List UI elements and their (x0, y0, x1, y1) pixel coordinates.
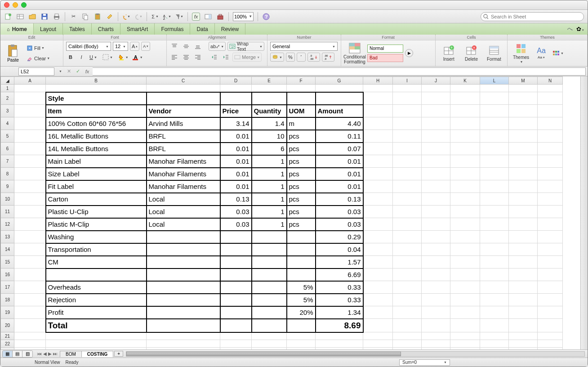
style-bad[interactable]: Bad (367, 54, 403, 62)
row-header-2[interactable]: 2 (1, 92, 14, 105)
col-header-K[interactable]: K (450, 77, 480, 85)
save-icon[interactable] (40, 13, 49, 21)
tab-tables[interactable]: Tables (63, 23, 92, 35)
merge-button[interactable]: Merge▼ (232, 53, 262, 62)
col-header-L[interactable]: L (480, 77, 509, 85)
grow-font-icon[interactable]: A▴ (130, 42, 139, 51)
tab-nav-prev-icon[interactable]: ◀ (43, 351, 47, 356)
row-header-3[interactable]: 3 (1, 105, 14, 117)
sheet-tab-bom[interactable]: BOM (60, 351, 82, 357)
row-header-1[interactable]: 1 (1, 85, 14, 92)
style-normal[interactable]: Normal (367, 45, 403, 53)
fx-toggle-icon[interactable]: fx (192, 13, 200, 21)
insert-cells-button[interactable]: + Insert (438, 45, 459, 62)
fx-icon[interactable]: fx (84, 68, 91, 75)
add-sheet-button[interactable]: + (114, 351, 123, 357)
col-header-J[interactable]: J (422, 77, 450, 85)
tab-layout[interactable]: Layout (34, 23, 63, 35)
decrease-indent-icon[interactable] (209, 53, 219, 62)
align-middle-icon[interactable] (181, 42, 191, 51)
font-size-combo[interactable]: 12▼ (113, 42, 128, 51)
row-header-15[interactable]: 15 (1, 256, 14, 269)
print-icon[interactable] (53, 13, 61, 21)
increase-decimal-icon[interactable]: .0.00 (307, 53, 320, 62)
cut-icon[interactable]: ✂ (69, 13, 77, 21)
select-all-cell[interactable]: ◢ (1, 77, 14, 85)
filter-icon[interactable]: ▼ (175, 13, 183, 21)
tab-review[interactable]: Review (215, 23, 245, 35)
theme-fonts-button[interactable]: Aa Aa▾ (534, 47, 549, 59)
show-gallery-icon[interactable] (204, 13, 212, 21)
row-header-13[interactable]: 13 (1, 231, 14, 243)
font-color-button[interactable]: A ▼ (132, 53, 145, 62)
sort-icon[interactable]: AZ ▼ (163, 13, 171, 21)
orientation-icon[interactable]: ab⤢▼ (209, 42, 226, 51)
tab-data[interactable]: Data (190, 23, 214, 35)
font-name-combo[interactable]: Calibri (Body)▼ (66, 42, 111, 51)
col-header-M[interactable]: M (509, 77, 538, 85)
underline-button[interactable]: U▼ (88, 53, 99, 62)
row-header-5[interactable]: 5 (1, 130, 14, 143)
fill-color-button[interactable]: ▼ (116, 53, 130, 62)
tab-charts[interactable]: Charts (92, 23, 120, 35)
format-cells-button[interactable]: Format (484, 45, 504, 62)
row-header-23[interactable]: 23 (1, 348, 14, 350)
conditional-formatting-button[interactable]: Conditional Formatting (344, 42, 365, 64)
row-header-10[interactable]: 10 (1, 193, 14, 206)
open-icon[interactable] (28, 13, 36, 21)
autosum-icon[interactable]: Σ▼ (151, 13, 159, 21)
view-pagebreak-icon[interactable]: ▧ (22, 351, 32, 357)
col-header-D[interactable]: D (220, 77, 252, 85)
undo-icon[interactable]: ▼ (122, 13, 130, 21)
col-header-E[interactable]: E (252, 77, 287, 85)
ribbon-settings-icon[interactable]: ✿▾ (576, 26, 584, 32)
new-workbook-icon[interactable] (4, 13, 12, 21)
close-window-button[interactable] (4, 2, 9, 8)
align-right-icon[interactable] (193, 53, 203, 62)
row-header-7[interactable]: 7 (1, 155, 14, 168)
tab-smartart[interactable]: SmartArt (120, 23, 155, 35)
align-center-icon[interactable] (181, 53, 191, 62)
col-header-C[interactable]: C (147, 77, 220, 85)
col-header-I[interactable]: I (393, 77, 422, 85)
col-header-F[interactable]: F (287, 77, 316, 85)
view-normal-icon[interactable]: ▦ (3, 351, 13, 357)
minimize-window-button[interactable] (13, 2, 18, 8)
name-box-dropdown[interactable]: ▼ (57, 70, 64, 73)
vertical-scrollbar[interactable] (580, 76, 588, 349)
template-icon[interactable] (16, 13, 24, 21)
clear-button[interactable]: Clear▼ (25, 54, 52, 63)
row-header-20[interactable]: 20 (1, 319, 14, 332)
wrap-text-button[interactable]: Wrap Text▼ (227, 42, 264, 51)
tab-nav-last-icon[interactable]: ⏭ (53, 351, 58, 356)
row-header-14[interactable]: 14 (1, 243, 14, 256)
zoom-combo[interactable]: 100% ▼ (233, 12, 254, 21)
row-header-19[interactable]: 19 (1, 306, 14, 319)
align-bottom-icon[interactable] (193, 42, 203, 51)
currency-button[interactable]: ▼ (270, 53, 284, 62)
formula-input[interactable] (93, 67, 586, 76)
sheet-tab-costing[interactable]: COSTING (81, 351, 114, 357)
decrease-decimal-icon[interactable]: .00.0 (322, 53, 334, 62)
paste-icon[interactable] (94, 13, 102, 21)
align-top-icon[interactable] (169, 42, 179, 51)
row-header-9[interactable]: 9 (1, 180, 14, 193)
row-header-17[interactable]: 17 (1, 281, 14, 294)
collapse-ribbon-icon[interactable]: へ (567, 25, 573, 33)
view-layout-icon[interactable]: ▤ (13, 351, 22, 357)
fill-button[interactable]: Fill▼ (25, 44, 46, 53)
format-painter-icon[interactable] (106, 13, 114, 21)
col-header-N[interactable]: N (538, 77, 563, 85)
styles-more-button[interactable]: ▶ (405, 49, 413, 57)
bold-button[interactable]: B (66, 53, 75, 62)
tab-formulas[interactable]: Formulas (155, 23, 190, 35)
col-header-B[interactable]: B (46, 77, 147, 85)
copy-icon[interactable] (81, 13, 89, 21)
toolbox-icon[interactable] (216, 13, 224, 21)
percent-button[interactable]: % (286, 53, 295, 62)
italic-button[interactable]: I (77, 53, 86, 62)
sheet-grid[interactable]: ◢ABCDEFGHIJKLMN12Style3ItemVendorPriceQu… (0, 76, 580, 349)
number-format-combo[interactable]: General▼ (270, 42, 338, 51)
horizontal-scrollbar[interactable] (126, 351, 585, 357)
row-header-11[interactable]: 11 (1, 206, 14, 218)
